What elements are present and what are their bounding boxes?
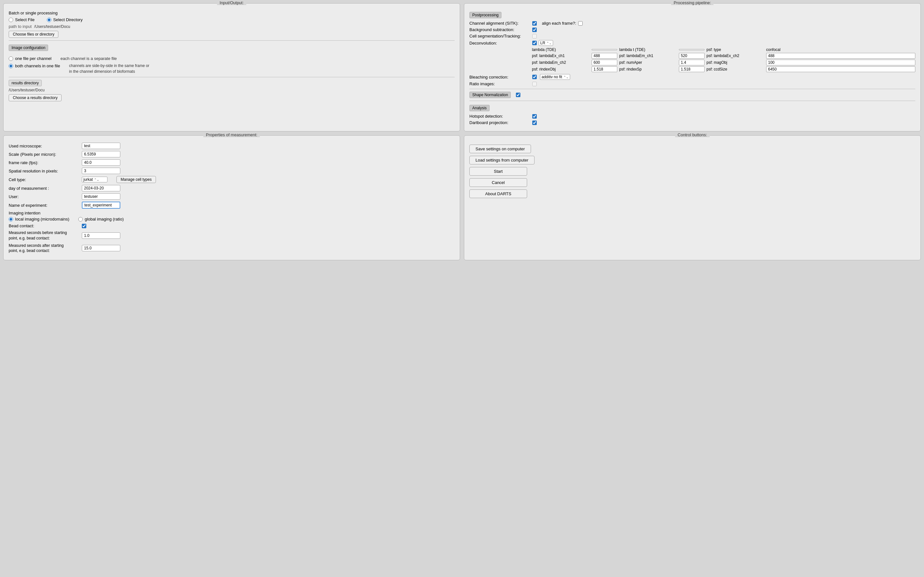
path-to-input-label: path to input [9, 24, 32, 29]
background-subtraction-label: Background subtraction: [469, 27, 530, 32]
dartboard-check[interactable] [532, 121, 537, 125]
psf-magobj-label: psf: magObj [706, 60, 764, 65]
user-value: testuser [82, 193, 120, 200]
input-output-title: Input/Output: [217, 0, 246, 5]
deconvolution-label: Deconvolution: [469, 41, 530, 45]
day-label: day of measurement : [9, 186, 79, 191]
psf-lambdaex-ch1-value: 488 [591, 53, 617, 59]
bleaching-value: additiv no fit [541, 75, 562, 79]
both-channels-radio-label[interactable]: both channels in one file [9, 63, 60, 68]
select-directory-radio[interactable] [47, 18, 51, 22]
start-btn[interactable]: Start [469, 167, 527, 176]
measured-after-label: Measured seconds after startingpoint, e.… [9, 243, 79, 254]
lambda-t-tde-label: lambda t (TDE) [619, 47, 677, 52]
both-channels-label: both channels in one file [15, 63, 60, 68]
control-title: Control buttons: [675, 132, 710, 137]
measured-before-label: Measured seconds before startingpoint, e… [9, 230, 79, 241]
spatial-res-label: Spatial resolution in pixels: [9, 169, 79, 173]
psf-lambdaex-ch2-value: 488 [766, 53, 915, 59]
align-each-frame-label: align each frame?: [542, 21, 576, 26]
select-directory-radio-label[interactable]: Select Directory [47, 17, 83, 22]
cell-type-select[interactable]: jurkat ⌃⌄ [82, 177, 107, 182]
spatial-res-value: 3 [82, 168, 120, 174]
shape-norm-label: Shape Normalization [469, 92, 511, 98]
name-exp-input[interactable] [82, 201, 120, 209]
one-file-radio-label[interactable]: one file per channel [9, 56, 51, 61]
local-imaging-label: local imaging (microdomains) [15, 217, 69, 221]
bleaching-check[interactable] [532, 75, 537, 79]
ratio-images-label: Ratio images: [469, 81, 530, 86]
load-settings-btn[interactable]: Load settings from computer [469, 156, 535, 164]
bleaching-mode-select[interactable]: additiv no fit ⌃⌄ [540, 74, 570, 80]
about-btn[interactable]: About DARTS [469, 189, 527, 198]
psf-lambdaem-ch2-value: 600 [591, 60, 617, 65]
shape-norm-check[interactable] [516, 93, 520, 97]
hotspot-check[interactable] [532, 114, 537, 119]
cancel-btn[interactable]: Cancel [469, 178, 527, 187]
select-directory-label: Select Directory [53, 17, 83, 22]
bleaching-arrow: ⌃⌄ [564, 75, 569, 79]
scale-label: Scale (Pixels per micron): [9, 152, 79, 157]
align-each-frame-check[interactable] [578, 21, 583, 26]
channel-alignment-check[interactable] [532, 21, 537, 26]
deconvolution-check[interactable] [532, 41, 537, 45]
psf-rindexobj-label: psf: rindexObj [532, 67, 590, 71]
cell-segmentation-label: Cell segmentation/Tracking: [469, 34, 530, 39]
psf-ccdsize-label: psf: ccdSize [706, 67, 764, 71]
bead-contact-label: Bead contact: [9, 223, 79, 228]
both-channels-desc: channels are side-by-side in the same fr… [69, 63, 149, 74]
microscope-value: test [82, 143, 120, 149]
select-file-radio[interactable] [9, 18, 13, 22]
save-settings-btn[interactable]: Save settings on computer [469, 145, 531, 153]
local-imaging-radio[interactable] [9, 217, 13, 221]
input-output-panel: Input/Output: Batch or single processing… [3, 3, 460, 131]
analysis-label: Analysis [469, 105, 489, 111]
psf-numaper-label: psf: numAper [619, 60, 677, 65]
results-path: /Users/testuser/Docu [9, 88, 45, 92]
cell-type-arrow: ⌃⌄ [94, 178, 99, 181]
path-value: /Users/testuser/Docu [34, 24, 70, 29]
psf-magobj-value: 100 [766, 60, 915, 65]
cell-type-label: Cell type: [9, 177, 79, 182]
deconv-mode-select[interactable]: LR ⌃⌄ [539, 40, 553, 46]
global-imaging-radio-label[interactable]: global imaging (ratio) [78, 217, 124, 221]
one-file-desc: each channel is a separate file [60, 56, 117, 61]
local-imaging-radio-label[interactable]: local imaging (microdomains) [9, 217, 69, 221]
results-directory-label: results directory [9, 80, 42, 86]
bead-contact-check[interactable] [82, 224, 86, 228]
imaging-intention-label: Imaging intention [9, 211, 40, 215]
measured-before-value: 1.0 [82, 232, 120, 239]
bleaching-label: Bleaching correction: [469, 75, 530, 79]
microscope-label: Used microscope: [9, 143, 79, 148]
cell-segmentation-check[interactable] [532, 34, 537, 39]
day-value: 2024-03-20 [82, 185, 120, 191]
psf-lambdaem-ch1-label: psf: lambdaEm_ch1 [619, 53, 677, 58]
one-file-radio[interactable] [9, 56, 13, 61]
psf-rindexsp-value: 1.518 [679, 66, 704, 72]
choose-results-btn[interactable]: Choose a results directory [9, 94, 61, 101]
frame-rate-value: 40.0 [82, 159, 120, 166]
select-file-label: Select File [15, 17, 35, 22]
background-subtraction-check[interactable] [532, 27, 537, 32]
batch-label: Batch or single processing [9, 11, 455, 15]
lambda-t-tde-value [679, 49, 704, 50]
psf-type-value: confocal [766, 47, 915, 52]
one-file-label: one file per channel [15, 56, 51, 61]
psf-lambdaem-ch1-value: 520 [679, 53, 704, 59]
global-imaging-radio[interactable] [78, 217, 83, 221]
select-file-radio-label[interactable]: Select File [9, 17, 35, 22]
psf-rindexsp-label: psf: rindexSp [619, 67, 677, 71]
ratio-images-check[interactable] [532, 82, 537, 86]
manage-cell-types-btn[interactable]: Manage cell types [116, 176, 156, 183]
psf-rindexobj-value: 1.518 [591, 66, 617, 72]
lambda-tde-label: lambda (TDE) [532, 47, 590, 52]
both-channels-radio[interactable] [9, 64, 13, 68]
scale-value: 6.5359 [82, 151, 120, 157]
psf-numaper-value: 1.4 [679, 60, 704, 65]
postprocessing-label: Postprocessing [469, 12, 501, 18]
choose-files-btn[interactable]: Choose files or directory [9, 31, 58, 38]
psf-lambdaex-ch2-label: psf: lambdaEx_ch2 [706, 53, 764, 58]
control-panel: Control buttons: Save settings on comput… [464, 135, 921, 260]
image-config-label: Image configuration [9, 45, 48, 51]
dartboard-label: Dartboard projection: [469, 120, 530, 125]
